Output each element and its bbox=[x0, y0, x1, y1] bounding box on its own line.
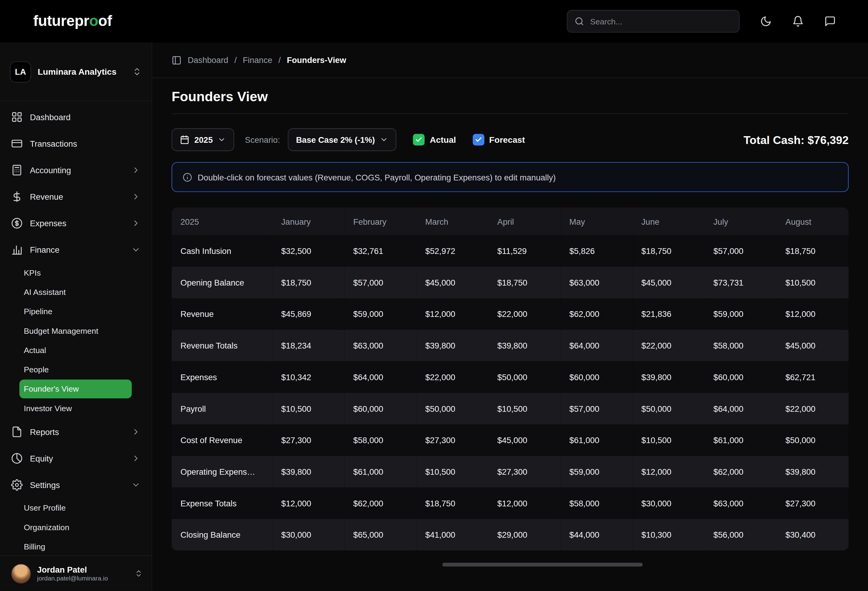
cell-value[interactable]: $60,000 bbox=[344, 393, 416, 424]
cell-value[interactable]: $10,300 bbox=[633, 519, 705, 551]
sidebar-item-expenses[interactable]: Expenses bbox=[0, 210, 152, 236]
scenario-select[interactable]: Base Case 2% (-1%) bbox=[288, 128, 397, 151]
cell-value[interactable]: $12,000 bbox=[416, 298, 489, 330]
cell-value[interactable]: $59,000 bbox=[344, 298, 416, 330]
sidebar-subitem-founder-s-view[interactable]: Founder's View bbox=[19, 380, 132, 398]
cell-value[interactable]: $63,000 bbox=[344, 330, 416, 361]
breadcrumb-dashboard[interactable]: Dashboard bbox=[188, 55, 229, 65]
sidebar-subitem-user-profile[interactable]: User Profile bbox=[19, 498, 132, 517]
cell-value[interactable]: $30,000 bbox=[633, 487, 705, 519]
app-logo[interactable]: futureproof bbox=[33, 13, 112, 30]
cell-value[interactable]: $63,000 bbox=[705, 487, 776, 519]
horizontal-scrollbar[interactable] bbox=[171, 563, 849, 567]
cell-value[interactable]: $21,836 bbox=[633, 298, 705, 330]
sidebar-subitem-investor-view[interactable]: Investor View bbox=[19, 399, 132, 417]
cell-value[interactable]: $10,500 bbox=[489, 393, 561, 424]
cell-value[interactable]: $59,000 bbox=[561, 456, 633, 487]
cell-value[interactable]: $22,000 bbox=[776, 393, 849, 424]
cell-value[interactable]: $39,800 bbox=[633, 361, 705, 393]
sidebar-item-revenue[interactable]: Revenue bbox=[0, 183, 152, 210]
cell-value[interactable]: $39,800 bbox=[489, 330, 561, 361]
cell-value[interactable]: $11,529 bbox=[489, 235, 561, 267]
cell-value[interactable]: $18,750 bbox=[489, 267, 561, 298]
sidebar-subitem-organization[interactable]: Organization bbox=[19, 518, 132, 536]
cell-value[interactable]: $39,800 bbox=[776, 456, 849, 487]
cell-value[interactable]: $22,000 bbox=[633, 330, 705, 361]
panel-icon[interactable] bbox=[171, 55, 182, 65]
cell-value[interactable]: $58,000 bbox=[344, 424, 416, 456]
forecast-checkbox[interactable]: Forecast bbox=[472, 134, 525, 146]
workspace-switcher[interactable]: LA Luminara Analytics bbox=[0, 43, 152, 101]
cell-value[interactable]: $39,800 bbox=[416, 330, 489, 361]
actual-checkbox[interactable]: Actual bbox=[413, 134, 456, 146]
sidebar-subitem-pipeline[interactable]: Pipeline bbox=[19, 302, 132, 321]
cell-value[interactable]: $18,750 bbox=[776, 235, 849, 267]
cell-value[interactable]: $41,000 bbox=[416, 519, 489, 551]
cell-value[interactable]: $61,000 bbox=[705, 424, 776, 456]
scrollbar-thumb[interactable] bbox=[443, 563, 643, 567]
cell-value[interactable]: $18,750 bbox=[272, 267, 344, 298]
cell-value[interactable]: $64,000 bbox=[344, 361, 416, 393]
cell-value[interactable]: $27,300 bbox=[776, 487, 849, 519]
cell-value[interactable]: $60,000 bbox=[705, 361, 776, 393]
sidebar-item-dashboard[interactable]: Dashboard bbox=[0, 103, 152, 130]
cell-value[interactable]: $57,000 bbox=[344, 267, 416, 298]
cell-value[interactable]: $45,869 bbox=[272, 298, 344, 330]
cell-value[interactable]: $62,000 bbox=[705, 456, 776, 487]
cell-value[interactable]: $12,000 bbox=[633, 456, 705, 487]
cell-value[interactable]: $61,000 bbox=[561, 424, 633, 456]
sidebar-item-finance[interactable]: Finance bbox=[0, 236, 152, 263]
cell-value[interactable]: $27,300 bbox=[416, 424, 489, 456]
sidebar-item-settings[interactable]: Settings bbox=[0, 472, 152, 498]
cell-value[interactable]: $57,000 bbox=[705, 235, 776, 267]
cell-value[interactable]: $27,300 bbox=[272, 424, 344, 456]
sidebar-subitem-ai-assistant[interactable]: AI Assistant bbox=[19, 283, 132, 302]
cell-value[interactable]: $30,400 bbox=[776, 519, 849, 551]
sidebar-item-reports[interactable]: Reports bbox=[0, 419, 152, 445]
cell-value[interactable]: $10,500 bbox=[416, 456, 489, 487]
cell-value[interactable]: $12,000 bbox=[272, 487, 344, 519]
cell-value[interactable]: $64,000 bbox=[705, 393, 776, 424]
sidebar-subitem-people[interactable]: People bbox=[19, 360, 132, 379]
feedback-button[interactable] bbox=[824, 15, 836, 27]
cell-value[interactable]: $45,000 bbox=[416, 267, 489, 298]
cell-value[interactable]: $61,000 bbox=[344, 456, 416, 487]
sidebar-subitem-billing[interactable]: Billing bbox=[19, 537, 132, 556]
cell-value[interactable]: $60,000 bbox=[561, 361, 633, 393]
cell-value[interactable]: $59,000 bbox=[705, 298, 776, 330]
cell-value[interactable]: $73,731 bbox=[705, 267, 776, 298]
cell-value[interactable]: $52,972 bbox=[416, 235, 489, 267]
sidebar-subitem-budget-management[interactable]: Budget Management bbox=[19, 321, 132, 340]
cell-value[interactable]: $50,000 bbox=[416, 393, 489, 424]
cell-value[interactable]: $10,500 bbox=[776, 267, 849, 298]
cell-value[interactable]: $10,342 bbox=[272, 361, 344, 393]
sidebar-subitem-kpis[interactable]: KPIs bbox=[19, 263, 132, 282]
cell-value[interactable]: $32,500 bbox=[272, 235, 344, 267]
cell-value[interactable]: $50,000 bbox=[489, 361, 561, 393]
cell-value[interactable]: $45,000 bbox=[633, 267, 705, 298]
cell-value[interactable]: $45,000 bbox=[489, 424, 561, 456]
cell-value[interactable]: $12,000 bbox=[489, 487, 561, 519]
cell-value[interactable]: $22,000 bbox=[416, 361, 489, 393]
search-input[interactable] bbox=[589, 16, 732, 26]
cell-value[interactable]: $22,000 bbox=[489, 298, 561, 330]
cell-value[interactable]: $45,000 bbox=[776, 330, 849, 361]
cell-value[interactable]: $62,000 bbox=[561, 298, 633, 330]
cell-value[interactable]: $50,000 bbox=[633, 393, 705, 424]
cell-value[interactable]: $50,000 bbox=[776, 424, 849, 456]
notifications-button[interactable] bbox=[792, 15, 804, 27]
cell-value[interactable]: $56,000 bbox=[705, 519, 776, 551]
cell-value[interactable]: $29,000 bbox=[489, 519, 561, 551]
cell-value[interactable]: $10,500 bbox=[633, 424, 705, 456]
cell-value[interactable]: $63,000 bbox=[561, 267, 633, 298]
cell-value[interactable]: $39,800 bbox=[272, 456, 344, 487]
sidebar-subitem-actual[interactable]: Actual bbox=[19, 341, 132, 360]
cell-value[interactable]: $58,000 bbox=[561, 487, 633, 519]
year-select[interactable]: 2025 bbox=[171, 128, 234, 151]
cell-value[interactable]: $12,000 bbox=[776, 298, 849, 330]
cell-value[interactable]: $65,000 bbox=[344, 519, 416, 551]
cell-value[interactable]: $62,721 bbox=[776, 361, 849, 393]
cell-value[interactable]: $30,000 bbox=[272, 519, 344, 551]
cell-value[interactable]: $32,761 bbox=[344, 235, 416, 267]
cell-value[interactable]: $62,000 bbox=[344, 487, 416, 519]
